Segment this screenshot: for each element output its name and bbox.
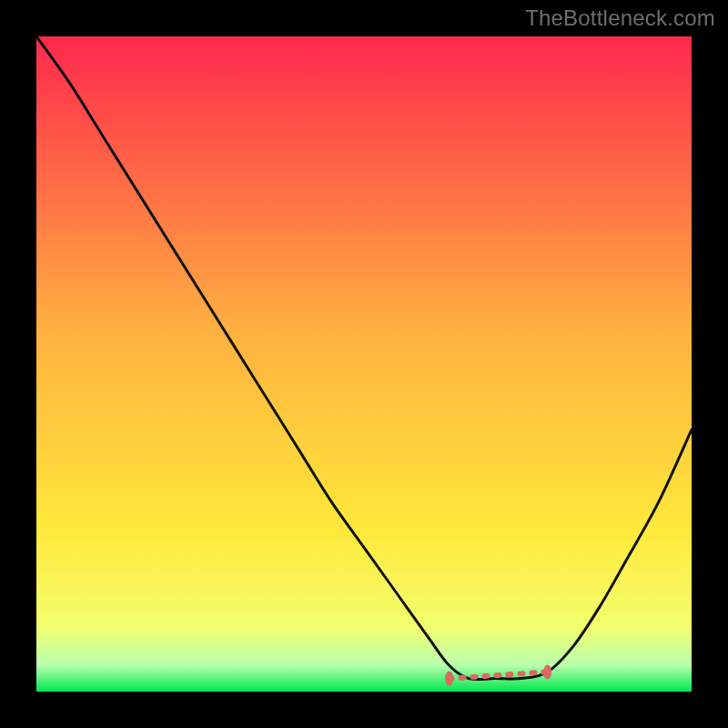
chart-background: [36, 36, 692, 692]
flat-region-end-1: [543, 664, 551, 679]
chart-plot-area: [36, 36, 692, 692]
chart-svg: [36, 36, 692, 692]
chart-frame: TheBottleneck.com: [0, 0, 728, 728]
watermark-label: TheBottleneck.com: [525, 5, 715, 31]
flat-region-end-0: [445, 672, 453, 686]
